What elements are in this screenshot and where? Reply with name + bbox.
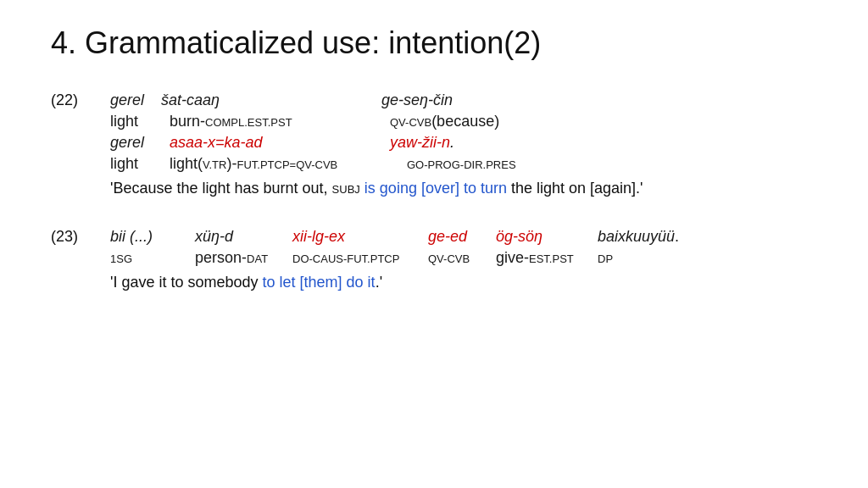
- cell-burn: burn-compl.est.pst: [170, 113, 390, 130]
- cell-person-dat: person-dat: [195, 249, 292, 267]
- cell-gesencin: ge-seŋ-čin: [381, 92, 470, 109]
- cell-og-son: ög-söŋ: [496, 228, 598, 246]
- gloss-row-23-1: bii (...) xüŋ-d xii-lg-ex ge-ed ög-söŋ b…: [110, 228, 696, 246]
- cell-ge-ed: ge-ed: [428, 228, 496, 246]
- gloss-row-1: gerel šat-caaŋ ge-seŋ-čin: [110, 92, 643, 109]
- cell-dp: dp: [598, 249, 630, 267]
- gloss-row-2: light burn-compl.est.pst qv-cvb(because): [110, 113, 643, 130]
- cell-yaw: yaw-žii-n.: [390, 134, 471, 152]
- gloss-row-23-2: 1sg person-dat do-caus-fut.ptcp qv-cvb g…: [110, 249, 696, 267]
- example-23: (23) bii (...) xüŋ-d xii-lg-ex ge-ed ög-…: [51, 228, 817, 291]
- cell-qvcvb-because: qv-cvb(because): [390, 113, 516, 130]
- example-number-22: (22): [51, 92, 110, 109]
- gloss-table-23: bii (...) xüŋ-d xii-lg-ex ge-ed ög-söŋ b…: [110, 228, 696, 291]
- page-title: 4. Grammaticalized use: intention(2): [51, 25, 817, 61]
- gloss-table-22: gerel šat-caaŋ ge-seŋ-čin light burn-com…: [110, 92, 643, 197]
- cell-bii: bii (...): [110, 228, 195, 246]
- cell-asaa: asaa-x=ka-ad: [170, 134, 390, 152]
- cell-xii-lg-ex: xii-lg-ex: [292, 228, 428, 246]
- cell-do-caus: do-caus-fut.ptcp: [292, 249, 428, 267]
- example-22: (22) gerel šat-caaŋ ge-seŋ-čin light bur…: [51, 92, 817, 197]
- cell-light-1: light: [110, 113, 170, 130]
- translation-22: 'Because the light has burnt out, subj i…: [110, 180, 643, 197]
- cell-shatcaan: šat-caaŋ: [161, 92, 381, 109]
- cell-light-vtr: light(v.tr)-fut.ptcp=qv-cvb: [170, 155, 407, 173]
- cell-xun-d: xüŋ-d: [195, 228, 292, 246]
- cell-light-2: light: [110, 155, 170, 173]
- gloss-row-3: gerel asaa-x=ka-ad yaw-žii-n.: [110, 134, 643, 152]
- translation-blue-23: to let [them] do it: [263, 274, 376, 291]
- cell-qv-cvb: qv-cvb: [428, 249, 496, 267]
- gloss-row-4: light light(v.tr)-fut.ptcp=qv-cvb go-pro…: [110, 155, 643, 173]
- translation-blue-22: is going [over] to turn: [364, 180, 507, 197]
- example-number-23: (23): [51, 228, 110, 246]
- cell-gerel-1: gerel: [110, 92, 161, 109]
- cell-give-est: give-est.pst: [496, 249, 598, 267]
- cell-go-prog: go-prog-dir.pres: [407, 155, 533, 173]
- cell-baixkuuyuu: baixkuuyüü.: [598, 228, 696, 246]
- translation-23: 'I gave it to somebody to let [them] do …: [110, 274, 696, 291]
- cell-gerel-2: gerel: [110, 134, 170, 152]
- cell-1sg: 1sg: [110, 249, 195, 267]
